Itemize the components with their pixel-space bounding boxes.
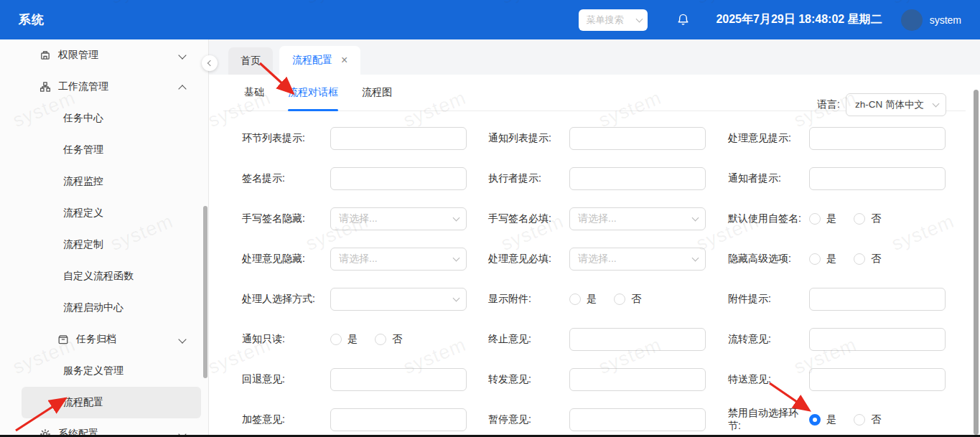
sidebar-item-6[interactable]: 流程定制 [0,229,208,260]
sidebar-item-1[interactable]: 工作流管理 [0,71,208,103]
radio-circle[interactable] [854,253,865,265]
tab-1[interactable]: 流程配置× [279,46,360,75]
content-panel: 基础流程对话框流程图 语言: zh-CN 简体中文 环节列表提示:通知列表提示:… [209,75,980,437]
language-select[interactable]: zh-CN 简体中文 [846,93,946,116]
radio-circle[interactable] [569,293,581,305]
subtab-2[interactable]: 流程图 [362,75,392,111]
radio-circle[interactable] [854,414,865,426]
form-field-label: 禁用自动选择环节: [728,407,809,433]
sidebar-item-7[interactable]: 自定义流程函数 [0,260,208,292]
sidebar-item-10[interactable]: 服务定义管理 [0,355,208,387]
form-field-label: 附件提示: [728,293,809,306]
form-field-label: 手写签名必填: [488,212,569,225]
form-input[interactable] [330,127,467,150]
sidebar-item-0[interactable]: 权限管理 [0,39,208,71]
form-row-0: 环节列表提示:通知列表提示:处理意见提示: [242,127,946,150]
sidebar-scrollbar[interactable] [203,206,207,378]
radio-option-no[interactable]: 否 [614,293,641,306]
form-field-control: 请选择... [330,207,467,230]
sidebar-item-3[interactable]: 任务管理 [0,134,208,166]
radio-circle[interactable] [375,334,386,345]
form-field-label: 签名提示: [242,172,330,185]
radio-label: 是 [587,293,597,306]
tab-label: 流程配置 [292,54,332,67]
tab-0[interactable]: 首页 [228,47,273,75]
form-input[interactable] [330,167,467,190]
radio-option-yes[interactable]: 是 [330,333,358,346]
form-select[interactable]: 请选择... [569,207,706,230]
radio-circle[interactable] [809,253,821,265]
form-field-control: 是否 [569,288,706,311]
sidebar-item-11[interactable]: 流程配置 [22,387,201,418]
form-input[interactable] [809,328,946,351]
chevron-down-icon [692,215,699,222]
radio-label: 否 [392,333,402,346]
sidebar-collapse-button[interactable] [202,55,218,71]
form-field-label: 默认使用自签名: [728,212,809,225]
radio-circle[interactable] [809,213,821,225]
sidebar-item-4[interactable]: 流程监控 [0,166,208,197]
form-input[interactable] [569,127,706,150]
form-input[interactable] [569,368,706,391]
form-radio-group: 是否 [330,328,467,351]
subtab-1[interactable]: 流程对话框 [288,75,338,111]
form-input[interactable] [330,368,467,391]
form-select[interactable]: 请选择... [330,207,467,230]
select-placeholder: 请选择... [339,212,378,225]
avatar[interactable] [901,9,923,31]
sidebar-item-9[interactable]: 任务归档 [0,324,208,355]
radio-option-yes[interactable]: 是 [809,212,836,225]
radio-option-no[interactable]: 否 [854,413,881,426]
sidebar-item-2[interactable]: 任务中心 [0,103,208,134]
form-radio-group: 是否 [809,207,946,230]
form-field-control: 请选择... [569,207,706,230]
form-field-control [569,408,706,431]
form-field-label: 终止意见: [488,333,569,346]
notification-bell-icon[interactable] [676,13,690,27]
form-input[interactable] [809,288,946,311]
menu-search-select[interactable]: 菜单搜索 [579,9,648,31]
sidebar-item-8[interactable]: 流程启动中心 [0,292,208,324]
radio-option-no[interactable]: 否 [375,333,402,346]
radio-circle[interactable] [330,334,342,345]
form-field-label: 转发意见: [488,373,569,386]
form-field-label: 回退意见: [242,373,330,386]
form-field-label: 执行者提示: [488,172,569,185]
close-icon[interactable]: × [341,55,347,66]
form-field-control: 是否 [809,207,946,230]
form-select[interactable]: 请选择... [330,248,467,271]
form-row-4: 处理人选择方式:显示附件:是否附件提示: [242,288,946,311]
form-select[interactable]: 请选择... [569,248,706,271]
form-field-control [809,127,946,150]
form-field-control: 是否 [330,328,467,351]
form-field-label: 处理意见提示: [728,132,809,145]
sidebar-item-5[interactable]: 流程定义 [0,197,208,229]
form-input[interactable] [330,408,467,431]
sidebar-item-label: 流程监控 [63,175,103,188]
form-select[interactable] [330,288,467,311]
main-scrollbar[interactable] [974,90,979,435]
radio-circle[interactable] [614,293,625,305]
form-input[interactable] [809,167,946,190]
sidebar-item-label: 服务定义管理 [63,365,123,377]
radio-option-yes[interactable]: 是 [809,253,836,266]
radio-option-yes[interactable]: 是 [809,413,836,426]
radio-option-yes[interactable]: 是 [569,293,597,306]
radio-option-no[interactable]: 否 [854,212,881,225]
form-input[interactable] [809,127,946,150]
form-field-control [809,328,946,351]
form-field-label: 通知只读: [242,333,330,346]
sidebar-item-label: 工作流管理 [58,80,108,93]
sidebar-item-label: 自定义流程函数 [63,270,134,283]
form-input[interactable] [569,408,706,431]
radio-option-no[interactable]: 否 [854,253,881,266]
radio-circle[interactable] [809,414,821,426]
select-placeholder: 请选择... [339,253,378,266]
form-input[interactable] [569,328,706,351]
radio-circle[interactable] [854,213,865,225]
form-input[interactable] [569,167,706,190]
subtab-0[interactable]: 基础 [244,75,264,111]
form-input[interactable] [809,368,946,391]
form-row-2: 手写签名隐藏:请选择...手写签名必填:请选择...默认使用自签名:是否 [242,207,946,230]
sidebar-item-label: 流程定义 [63,207,103,220]
